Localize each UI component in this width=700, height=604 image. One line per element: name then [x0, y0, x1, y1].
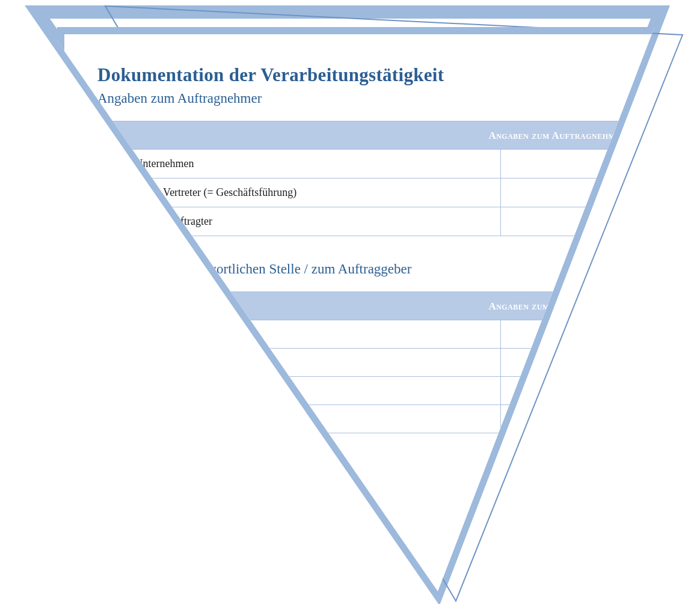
section1-subtitle: Angaben zum Auftragnehmer	[97, 91, 636, 106]
document-title: Dokumentation der Verarbeitungstätigkeit	[97, 64, 636, 86]
table-row: Name Unternehmen	[98, 150, 636, 178]
row-label: Name Unternehmen	[98, 150, 501, 178]
table-row: Gesetzlicher Vertreter (= Geschäftsführu…	[98, 178, 636, 207]
stage: Dokumentation der Verarbeitungstätigkeit…	[0, 0, 700, 604]
section1-table-header: Angaben zum Auftragnehmer	[98, 121, 636, 150]
